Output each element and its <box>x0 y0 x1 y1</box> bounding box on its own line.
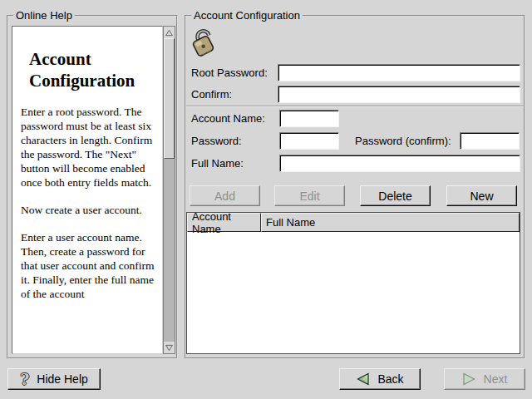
password-input[interactable] <box>279 132 339 150</box>
root-password-input[interactable] <box>278 64 520 81</box>
delete-button[interactable]: Delete <box>360 185 431 206</box>
root-password-label: Root Password: <box>191 67 268 79</box>
confirm-label: Confirm: <box>191 89 232 101</box>
help-paragraph: Enter a user account name. Then, create … <box>21 230 158 301</box>
hide-help-button-label: Hide Help <box>37 372 87 386</box>
help-text-area: Account Configuration Enter a root passw… <box>12 26 163 354</box>
next-button[interactable]: Next <box>444 368 525 390</box>
edit-button[interactable]: Edit <box>274 185 345 206</box>
account-name-label: Account Name: <box>191 113 265 125</box>
online-help-frame-title: Online Help <box>13 9 75 22</box>
password-label: Password: <box>191 135 242 147</box>
hide-help-button[interactable]: ? Hide Help <box>7 368 101 390</box>
password-confirm-label: Password (confirm): <box>355 135 451 147</box>
full-name-input[interactable] <box>279 155 520 172</box>
accounts-table: Account Name Full Name <box>186 212 520 354</box>
account-configuration-panel: Account Configuration Root Password: Con… <box>185 15 525 359</box>
column-header-account-name[interactable]: Account Name <box>187 213 261 232</box>
delete-button-label: Delete <box>378 190 411 203</box>
accounts-table-header: Account Name Full Name <box>187 213 520 232</box>
question-mark-icon: ? <box>20 372 29 387</box>
password-confirm-input[interactable] <box>460 132 520 150</box>
add-button-label: Add <box>214 190 235 203</box>
help-paragraph: Now create a user account. <box>21 203 158 217</box>
column-header-full-name[interactable]: Full Name <box>261 213 520 232</box>
account-name-input[interactable] <box>279 110 339 127</box>
scroll-down-icon <box>165 343 174 352</box>
scroll-down-button[interactable] <box>164 342 175 353</box>
new-button-label: New <box>470 190 493 203</box>
back-button[interactable]: Back <box>339 368 421 390</box>
next-arrow-icon <box>462 372 476 386</box>
accounts-table-body[interactable] <box>187 232 520 353</box>
back-arrow-icon <box>356 372 370 386</box>
back-button-label: Back <box>377 372 403 386</box>
edit-button-label: Edit <box>299 190 319 203</box>
scroll-up-icon <box>165 28 174 37</box>
installer-window: Online Help Account Configuration Enter … <box>0 0 532 399</box>
section-separator <box>186 106 524 107</box>
add-button[interactable]: Add <box>190 185 260 206</box>
full-name-label: Full Name: <box>191 158 244 170</box>
help-paragraph: Enter a root password. The password must… <box>21 105 158 190</box>
next-button-label: Next <box>484 372 508 386</box>
lock-icon <box>188 27 221 62</box>
account-configuration-frame-title: Account Configuration <box>191 9 303 22</box>
scroll-up-button[interactable] <box>164 27 175 38</box>
online-help-panel: Online Help Account Configuration Enter … <box>7 15 178 359</box>
help-title: Account Configuration <box>29 48 157 91</box>
help-scrollbar[interactable] <box>163 26 175 354</box>
root-password-confirm-input[interactable] <box>278 86 520 103</box>
new-button[interactable]: New <box>446 185 517 206</box>
scrollbar-thumb[interactable] <box>164 38 175 159</box>
